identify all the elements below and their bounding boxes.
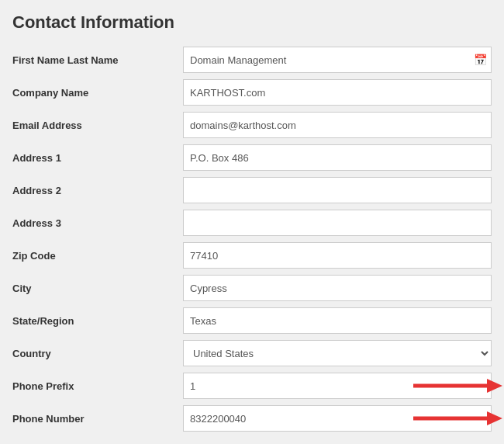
label-address-1: Address 1 <box>12 152 183 164</box>
row-company-name: Company Name <box>12 78 492 107</box>
row-city: City <box>12 273 492 303</box>
input-wrapper-country: United States Canada Mexico United Kingd… <box>183 340 492 366</box>
company-name-input[interactable] <box>183 79 492 106</box>
label-phone-prefix: Phone Prefix <box>12 380 183 392</box>
address-3-input[interactable] <box>183 210 492 236</box>
row-zip-code: Zip Code <box>12 241 492 270</box>
label-phone-number: Phone Number <box>12 413 183 425</box>
label-address-3: Address 3 <box>12 217 183 229</box>
input-wrapper-address-1 <box>183 144 492 171</box>
label-first-last-name: First Name Last Name <box>12 54 183 66</box>
label-country: Country <box>12 348 183 359</box>
row-address-1: Address 1 <box>12 143 492 172</box>
label-email-address: Email Address <box>12 120 183 131</box>
row-state-region: State/Region <box>12 306 492 335</box>
label-address-2: Address 2 <box>12 185 183 196</box>
email-address-input[interactable] <box>183 112 492 138</box>
svg-marker-1 <box>487 379 502 393</box>
address-1-input[interactable] <box>183 144 492 171</box>
row-address-2: Address 2 <box>12 175 492 205</box>
row-phone-prefix: Phone Prefix <box>12 371 492 401</box>
address-2-input[interactable] <box>183 177 492 203</box>
label-zip-code: Zip Code <box>12 250 183 262</box>
first-last-name-input[interactable] <box>183 47 492 73</box>
arrow-phone-prefix <box>413 376 502 396</box>
svg-marker-3 <box>487 411 502 425</box>
calendar-icon: 📅 <box>474 54 487 66</box>
row-email-address: Email Address <box>12 110 492 140</box>
page-title: Contact Information <box>12 12 492 33</box>
contact-form: First Name Last Name 📅 Company Name Emai… <box>12 45 492 433</box>
input-wrapper-email <box>183 112 492 138</box>
row-country: Country United States Canada Mexico Unit… <box>12 338 492 368</box>
state-region-input[interactable] <box>183 307 492 334</box>
input-wrapper-first-last-name: 📅 <box>183 47 492 73</box>
input-wrapper-address-3 <box>183 210 492 236</box>
row-first-last-name: First Name Last Name 📅 <box>12 45 492 75</box>
zip-code-input[interactable] <box>183 242 492 269</box>
input-wrapper-city <box>183 275 492 301</box>
red-arrow-phone-prefix-icon <box>413 376 502 396</box>
label-company-name: Company Name <box>12 87 183 99</box>
city-input[interactable] <box>183 275 492 301</box>
red-arrow-phone-number-icon <box>413 408 502 428</box>
label-city: City <box>12 283 183 294</box>
country-select[interactable]: United States Canada Mexico United Kingd… <box>183 340 492 366</box>
input-wrapper-zip-code <box>183 242 492 269</box>
input-wrapper-company-name <box>183 79 492 106</box>
row-phone-number: Phone Number <box>12 404 492 433</box>
label-state-region: State/Region <box>12 315 183 327</box>
arrow-phone-number <box>413 408 502 428</box>
input-wrapper-state-region <box>183 307 492 334</box>
row-address-3: Address 3 <box>12 208 492 238</box>
input-wrapper-address-2 <box>183 177 492 203</box>
